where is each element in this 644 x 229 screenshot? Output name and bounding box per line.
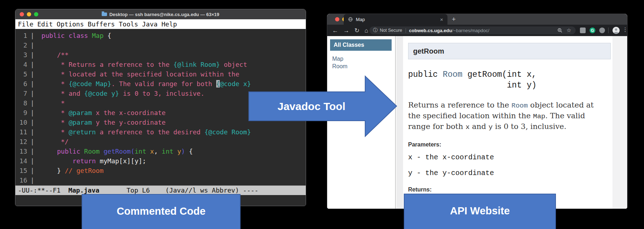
browser-toolbar: ← → ↻ ⌂ ⓘ Not Secure cobweb.cs.uga.edu /… xyxy=(327,25,627,36)
tab-close-icon[interactable]: × xyxy=(440,16,443,23)
code-text: * located at the specified location with… xyxy=(42,69,239,79)
line-number-separator: | xyxy=(30,118,34,127)
code-text: return myMap[x][y]; xyxy=(42,156,146,166)
code-text: public Room getRoom(int x, int y) { xyxy=(42,146,193,156)
line-number: 7 xyxy=(18,89,27,98)
tab-title: Map xyxy=(356,17,440,22)
sidebar-class-link-map[interactable]: Map xyxy=(332,55,395,63)
line-number-separator: | xyxy=(30,69,34,79)
new-tab-button[interactable]: + xyxy=(452,15,456,24)
line-number-separator: | xyxy=(30,89,34,98)
code-text: * @param x the x-coordinate xyxy=(42,108,166,118)
extension-icon[interactable] xyxy=(580,28,586,33)
line-number-separator: | xyxy=(30,79,34,89)
caption-commented-code: Commented Code xyxy=(82,194,241,229)
terminal-titlebar: Desktop — ssh barnes@nike.cs.uga.edu — 6… xyxy=(15,9,306,19)
line-number: 1 xyxy=(18,31,27,40)
arrow-label: Javadoc Tool xyxy=(254,100,369,113)
line-number: 12 xyxy=(18,137,27,146)
line-number-separator: | xyxy=(30,127,34,137)
address-bar[interactable]: ⓘ Not Secure cobweb.cs.uga.edu /~barnes/… xyxy=(369,26,576,34)
content-right-gutter xyxy=(612,36,627,209)
javadoc-tool-arrow: Javadoc Tool xyxy=(247,73,401,141)
text-cursor: { xyxy=(216,80,220,88)
code-line: 1|public class Map { xyxy=(15,31,306,40)
javadoc-main: getRoom public Room getRoom(int x, int y… xyxy=(403,36,627,209)
line-number-separator: | xyxy=(30,146,34,156)
room-link[interactable]: Room xyxy=(443,70,463,79)
code-text: * {@code Map}. The valid range for both … xyxy=(42,79,251,89)
modeline-filename: Map.java xyxy=(68,186,100,194)
line-number: 2 xyxy=(18,40,27,50)
address-divider xyxy=(406,28,406,33)
grammarly-icon[interactable]: G xyxy=(590,28,595,33)
method-signature: public Room getRoom(int x, int y) xyxy=(408,69,627,91)
modeline-suffix: Top L6 (Java//l ws Abbrev) ---- xyxy=(100,186,258,194)
line-number-separator: | xyxy=(30,156,34,166)
line-number-separator: | xyxy=(30,50,34,60)
extension-icon[interactable] xyxy=(599,28,605,33)
emacs-menubar[interactable]: File Edit Options Buffers Tools Java Hel… xyxy=(15,19,306,29)
returns-label: Returns: xyxy=(408,186,627,193)
method-name: getRoom xyxy=(413,47,444,55)
code-text: */ xyxy=(42,137,69,146)
code-line: 13| public Room getRoom(int x, int y) { xyxy=(15,146,306,156)
forward-icon[interactable]: → xyxy=(343,28,349,34)
line-number-separator: | xyxy=(30,137,34,146)
globe-icon xyxy=(348,17,353,22)
code-line: 3| /** xyxy=(15,50,306,60)
code-text: * and {@code y} is 0 to 3, inclusive. xyxy=(42,89,204,98)
method-header-box: getRoom xyxy=(408,43,611,59)
line-number-separator: | xyxy=(30,60,34,69)
line-number: 9 xyxy=(18,108,27,118)
security-label: Not Secure xyxy=(380,28,402,33)
all-classes-header: All Classes xyxy=(330,39,392,51)
sidebar-class-link-room[interactable]: Room xyxy=(332,63,395,70)
code-line: 14| return myMap[x][y]; xyxy=(15,156,306,166)
line-number-separator: | xyxy=(30,98,34,108)
code-text: * @param y the y-coordinate xyxy=(42,118,166,127)
line-number-separator: | xyxy=(30,108,34,118)
code-line: 16| xyxy=(15,175,306,185)
line-number-separator: | xyxy=(30,175,34,185)
code-text: /** xyxy=(42,50,69,60)
code-text: * xyxy=(42,98,65,108)
browser-tab[interactable]: Map × xyxy=(344,14,447,25)
param-y: y - the y-coordinate xyxy=(408,169,627,177)
url-path: /~barnes/mapdoc/ xyxy=(452,28,489,33)
code-text: * Returns a reference to the {@link Room… xyxy=(42,60,247,69)
more-menu-icon[interactable]: ⋮ xyxy=(623,26,628,33)
method-description: Returns a reference to the Room object l… xyxy=(408,100,607,132)
line-number: 8 xyxy=(18,98,27,108)
folder-icon xyxy=(102,13,107,16)
line-number: 10 xyxy=(18,118,27,127)
info-icon[interactable]: ⓘ xyxy=(373,27,378,34)
bookmark-star-icon[interactable]: ☆ xyxy=(567,27,571,34)
line-number: 14 xyxy=(18,156,27,166)
browser-tabstrip: Map × + xyxy=(327,14,627,25)
class-link-list: MapRoom xyxy=(332,55,395,70)
zoom-icon[interactable] xyxy=(557,28,562,33)
line-number-separator: | xyxy=(30,31,34,40)
room-link[interactable]: Room xyxy=(512,102,528,110)
url-domain: cobweb.cs.uga.edu xyxy=(409,28,452,33)
modeline-prefix: -UU-:**--F1 xyxy=(18,186,68,194)
line-number-separator: | xyxy=(30,166,34,175)
back-icon[interactable]: ← xyxy=(332,28,338,34)
line-number: 11 xyxy=(18,127,27,137)
code-text: } // getRoom xyxy=(42,166,103,175)
line-number: 13 xyxy=(18,146,27,156)
code-text: * @return a reference to the desired {@c… xyxy=(42,127,251,137)
reload-icon[interactable]: ↻ xyxy=(354,28,359,34)
terminal-title: Desktop — ssh barnes@nike.cs.uga.edu — 6… xyxy=(15,12,306,17)
line-number: 4 xyxy=(18,60,27,69)
terminal-title-text: Desktop — ssh barnes@nike.cs.uga.edu — 6… xyxy=(109,12,219,17)
home-icon[interactable]: ⌂ xyxy=(364,28,368,34)
line-number: 15 xyxy=(18,166,27,175)
close-button[interactable] xyxy=(335,17,339,21)
avatar[interactable] xyxy=(612,27,620,35)
signature-modifier: public xyxy=(408,70,443,79)
line-number: 16 xyxy=(18,175,27,185)
code-line: 15| } // getRoom xyxy=(15,166,306,175)
param-x: x - the x-coordinate xyxy=(408,153,627,161)
